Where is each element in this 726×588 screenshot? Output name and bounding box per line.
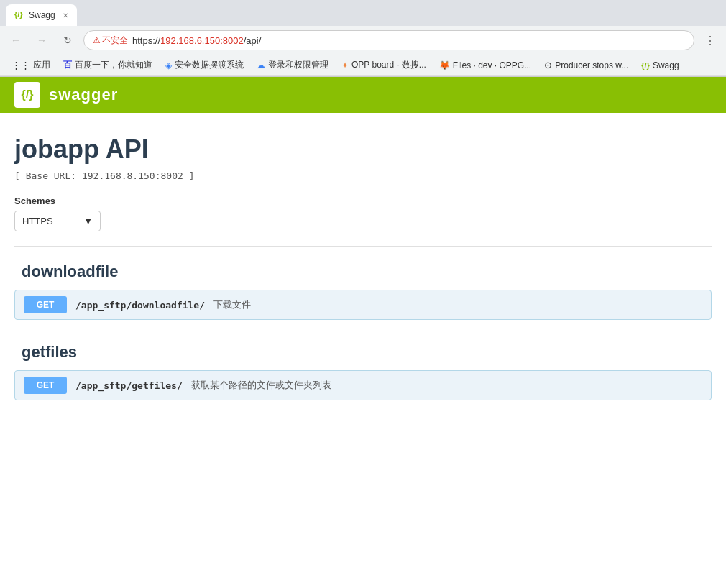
bookmark-files[interactable]: 🦊 Files · dev · OPPG... <box>433 58 537 73</box>
extensions-button[interactable]: ⋮ <box>700 30 720 50</box>
address-url: https://192.168.6.150:8002/api/ <box>132 35 261 46</box>
github-icon: ⊙ <box>544 60 552 70</box>
endpoint-path-getfiles: /app_sftp/getfiles/ <box>75 380 183 391</box>
browser-tabs: {/} Swagg ✕ <box>0 0 726 26</box>
login-icon: ☁ <box>257 60 265 70</box>
bookmark-apps-label: 应用 <box>33 59 50 71</box>
browser-tab-active[interactable]: {/} Swagg ✕ <box>6 4 77 26</box>
bookmark-opp[interactable]: ✦ OPP board - 数搜... <box>336 57 432 73</box>
endpoint-path-downloadfile: /app_sftp/downloadfile/ <box>75 300 205 311</box>
api-base-url: [ Base URL: 192.168.8.150:8002 ] <box>14 170 712 181</box>
bookmark-swagger[interactable]: {/} Swagg <box>635 58 684 73</box>
warning-triangle: ⚠ <box>93 35 101 45</box>
tab-label: Swagg <box>29 10 55 20</box>
bookmark-files-label: Files · dev · OPPG... <box>453 60 531 70</box>
address-bar[interactable]: ⚠ 不安全 https://192.168.6.150:8002/api/ <box>83 30 694 50</box>
bookmark-login[interactable]: ☁ 登录和权限管理 <box>251 57 334 73</box>
opp-icon: ✦ <box>341 60 349 70</box>
swagger-icon2: {/} <box>641 61 650 70</box>
bookmark-opp-label: OPP board - 数搜... <box>351 59 426 71</box>
section-title-getfiles[interactable]: getfiles <box>14 334 712 370</box>
bookmark-producer-label: Producer stops w... <box>555 60 628 70</box>
bookmark-baidu-label: 百度一下，你就知道 <box>75 59 152 71</box>
security-warning: ⚠ 不安全 <box>93 35 128 47</box>
bookmark-producer[interactable]: ⊙ Producer stops w... <box>538 58 634 73</box>
swagger-header-title: swagger <box>49 86 118 104</box>
apps-icon: ⋮⋮ <box>12 60 30 70</box>
shield-icon: ◈ <box>165 60 172 70</box>
method-badge-get: GET <box>24 296 67 313</box>
method-badge-get-2: GET <box>24 377 67 394</box>
section-divider <box>14 246 712 247</box>
swagger-main-content: jobapp API [ Base URL: 192.168.8.150:800… <box>0 113 726 429</box>
schemes-section: Schemes HTTPS ▼ <box>14 196 712 231</box>
browser-toolbar: ← → ↻ ⚠ 不安全 https://192.168.6.150:8002/a… <box>0 26 726 55</box>
swagger-app: {/} swagger jobapp API [ Base URL: 192.1… <box>0 77 726 429</box>
files-icon: 🦊 <box>439 60 450 70</box>
swagger-header: {/} swagger <box>0 77 726 113</box>
bookmark-swagger-label: Swagg <box>653 60 679 70</box>
schemes-value: HTTPS <box>22 216 53 226</box>
endpoint-desc-getfiles: 获取某个路径的文件或文件夹列表 <box>191 379 331 392</box>
baidu-icon: 百 <box>63 59 72 71</box>
bookmark-apps[interactable]: ⋮⋮ 应用 <box>6 57 56 73</box>
address-host: 192.168.6.150: <box>160 35 223 46</box>
bookmark-login-label: 登录和权限管理 <box>268 59 328 71</box>
bookmarks-bar: ⋮⋮ 应用 百 百度一下，你就知道 ◈ 安全数据摆渡系统 ☁ 登录和权限管理 ✦… <box>0 55 726 76</box>
bookmark-baidu[interactable]: 百 百度一下，你就知道 <box>58 57 158 73</box>
api-section-getfiles: getfiles GET /app_sftp/getfiles/ 获取某个路径的… <box>14 334 712 400</box>
api-title: jobapp API <box>14 134 712 165</box>
reload-button[interactable]: ↻ <box>58 30 78 50</box>
security-label: 不安全 <box>102 35 128 47</box>
address-protocol: https:// <box>132 35 160 46</box>
section-title-downloadfile[interactable]: downloadfile <box>14 254 712 290</box>
schemes-dropdown[interactable]: HTTPS ▼ <box>14 211 101 231</box>
address-path: /api/ <box>244 35 262 46</box>
api-section-downloadfile: downloadfile GET /app_sftp/downloadfile/… <box>14 254 712 320</box>
bookmark-security[interactable]: ◈ 安全数据摆渡系统 <box>160 57 249 73</box>
endpoint-desc-downloadfile: 下载文件 <box>213 298 251 311</box>
schemes-label: Schemes <box>14 196 712 206</box>
bookmark-security-label: 安全数据摆渡系统 <box>175 59 244 71</box>
forward-button[interactable]: → <box>32 30 52 50</box>
back-button[interactable]: ← <box>6 30 26 50</box>
tab-close-button[interactable]: ✕ <box>63 12 68 19</box>
swagger-logo: {/} <box>14 82 40 108</box>
endpoint-row-downloadfile[interactable]: GET /app_sftp/downloadfile/ 下载文件 <box>14 290 712 320</box>
chevron-down-icon: ▼ <box>83 216 93 226</box>
swagger-tab-icon: {/} <box>14 10 24 20</box>
browser-chrome: {/} Swagg ✕ ← → ↻ ⚠ 不安全 https://192.168.… <box>0 0 726 77</box>
address-port: 8002 <box>223 35 244 46</box>
swagger-logo-icon: {/} <box>22 88 34 101</box>
endpoint-row-getfiles[interactable]: GET /app_sftp/getfiles/ 获取某个路径的文件或文件夹列表 <box>14 370 712 400</box>
